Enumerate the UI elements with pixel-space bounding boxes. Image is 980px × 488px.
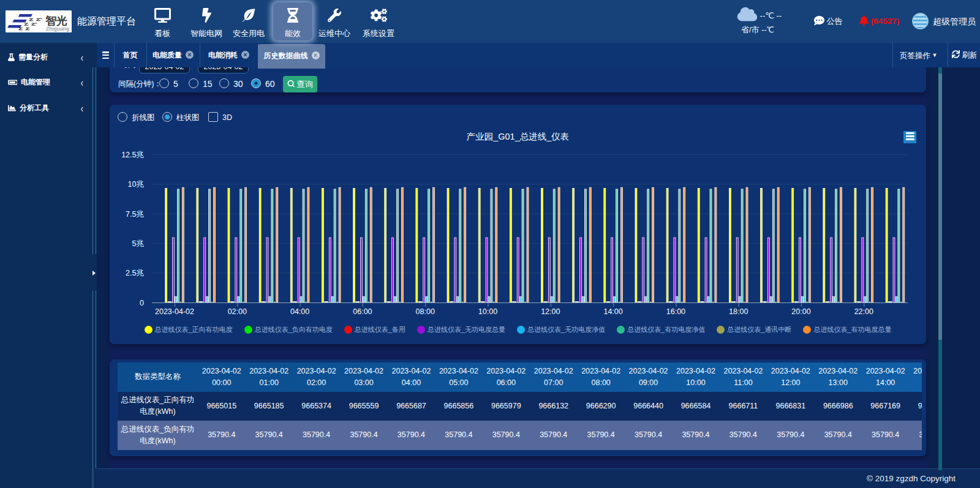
svg-text:16:00: 16:00 <box>666 307 685 316</box>
svg-text:02:00: 02:00 <box>228 307 247 316</box>
svg-text:22:00: 22:00 <box>854 307 873 316</box>
svg-text:智光: 智光 <box>45 15 67 27</box>
svg-text:12:00: 12:00 <box>541 307 560 316</box>
svg-text:08:00: 08:00 <box>416 307 435 316</box>
svg-text:2023-04-02: 2023-04-02 <box>155 307 194 316</box>
svg-text:18:00: 18:00 <box>729 307 748 316</box>
svg-text:2.5兆: 2.5兆 <box>126 269 144 277</box>
svg-text:04:00: 04:00 <box>290 307 309 316</box>
svg-text:10:00: 10:00 <box>478 307 497 316</box>
svg-text:0: 0 <box>140 299 144 307</box>
svg-text:Zhiguang: Zhiguang <box>46 26 69 32</box>
svg-text:10兆: 10兆 <box>128 180 145 189</box>
svg-text:20:00: 20:00 <box>791 307 810 316</box>
svg-text:14:00: 14:00 <box>603 307 622 316</box>
svg-text:12.5兆: 12.5兆 <box>121 151 144 159</box>
svg-text:06:00: 06:00 <box>353 307 372 316</box>
svg-text:5兆: 5兆 <box>132 239 145 248</box>
svg-text:7.5兆: 7.5兆 <box>126 210 144 219</box>
